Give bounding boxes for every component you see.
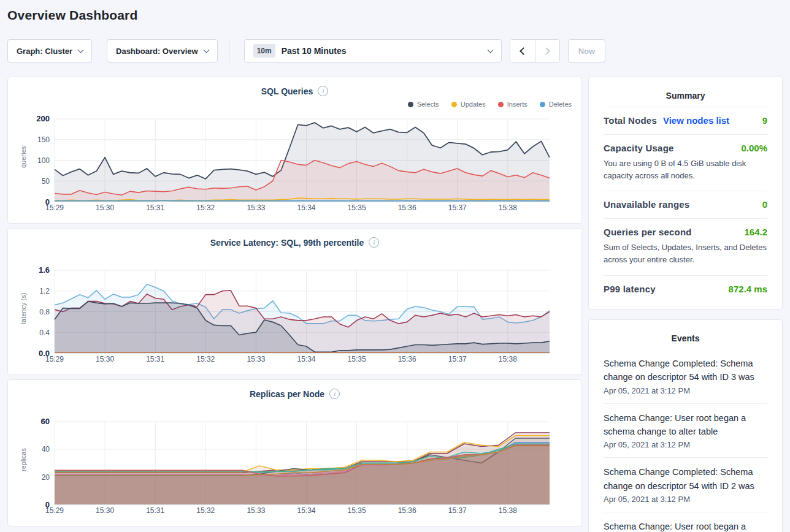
x-tick-label: 15:30 xyxy=(96,506,114,515)
x-tick-label: 15:32 xyxy=(196,355,215,363)
summary-label: P99 latency xyxy=(604,284,656,294)
legend-item-selects[interactable]: Selects xyxy=(408,101,439,108)
time-range-label: Past 10 Minutes xyxy=(282,46,347,56)
x-tick-label: 15:30 xyxy=(96,355,114,363)
y-tick-label: 1.6 xyxy=(39,266,50,275)
summary-label: Capacity Usage xyxy=(604,143,674,153)
x-tick-label: 15:38 xyxy=(499,355,517,363)
event-timestamp: Apr 05, 2021 at 3:12 PM xyxy=(604,386,767,395)
summary-row: P99 latency872.4 ms xyxy=(604,275,767,303)
page-title: Overview Dashboard xyxy=(0,0,790,23)
x-tick-label: 15:31 xyxy=(146,203,164,212)
chart-plot-area[interactable] xyxy=(55,422,550,505)
summary-label: Queries per second xyxy=(604,227,692,237)
y-axis-title: latency (s) xyxy=(20,281,27,336)
y-tick-label: 0.4 xyxy=(39,329,50,337)
x-tick-label: 15:37 xyxy=(448,203,467,212)
event-text: Schema Change: User root began a schema … xyxy=(604,520,767,532)
y-axis: latency (s) 1.61.20.80.40.0 xyxy=(8,270,55,354)
y-tick-label: 0.8 xyxy=(39,308,50,316)
summary-description: You are using 0 B of 4.5 GiB usable disk… xyxy=(604,158,767,182)
x-tick-label: 15:36 xyxy=(398,203,416,212)
chart-legend: SelectsUpdatesInsertsDeletes xyxy=(408,101,572,108)
chevron-left-icon xyxy=(520,47,527,55)
y-axis: queries 200150100500 xyxy=(8,119,55,202)
info-icon[interactable] xyxy=(329,389,340,399)
x-tick-label: 15:38 xyxy=(499,506,517,515)
legend-label: Deletes xyxy=(549,101,572,108)
x-tick-label: 15:32 xyxy=(196,203,215,212)
info-icon[interactable] xyxy=(318,86,328,96)
view-nodes-list-link[interactable]: View nodes list xyxy=(663,115,729,126)
x-tick-label: 15:36 xyxy=(398,506,416,515)
chart-title: Service Latency: SQL, 99th percentile xyxy=(210,238,364,248)
series-line-Deletes xyxy=(55,200,550,201)
event-text: Schema Change Completed: Schema change o… xyxy=(604,357,767,384)
x-tick-label: 15:38 xyxy=(499,203,517,212)
event-list-item[interactable]: Schema Change: User root began a schema … xyxy=(604,403,767,458)
chart-plot-area[interactable] xyxy=(55,119,550,202)
x-tick-label: 15:31 xyxy=(146,355,164,363)
event-timestamp: Apr 05, 2021 at 3:12 PM xyxy=(604,495,767,504)
x-tick-label: 15:34 xyxy=(297,506,315,515)
y-tick-label: 1.2 xyxy=(39,287,50,295)
x-tick-label: 15:29 xyxy=(45,355,64,363)
event-text: Schema Change Completed: Schema change o… xyxy=(604,465,767,493)
toolbar-divider xyxy=(229,39,229,63)
x-axis: 15:2915:3015:3115:3215:3315:3415:3515:36… xyxy=(55,355,550,365)
x-tick-label: 15:29 xyxy=(45,203,64,212)
graph-dropdown[interactable]: Graph: Cluster xyxy=(7,39,92,63)
legend-dot-icon xyxy=(498,102,504,107)
event-list-item[interactable]: Schema Change Completed: Schema change o… xyxy=(604,349,767,403)
chart-canvas xyxy=(55,422,550,504)
x-tick-label: 15:32 xyxy=(196,506,215,515)
dashboard-dropdown[interactable]: Dashboard: Overview xyxy=(107,39,218,63)
x-tick-label: 15:29 xyxy=(45,506,64,515)
chevron-down-icon xyxy=(78,47,84,53)
charts-column: SQL Queries SelectsUpdatesInsertsDeletes… xyxy=(7,77,582,526)
y-tick-label: 200 xyxy=(36,115,50,123)
chart-title: Replicas per Node xyxy=(250,389,324,399)
main-content: SQL Queries SelectsUpdatesInsertsDeletes… xyxy=(0,77,790,532)
sidebar: Summary Total NodesView nodes list9Capac… xyxy=(588,77,783,532)
legend-item-inserts[interactable]: Inserts xyxy=(498,101,527,108)
x-tick-label: 15:34 xyxy=(297,203,315,212)
chart-plot-area[interactable] xyxy=(55,270,550,354)
y-axis-title: queries xyxy=(20,129,27,184)
y-tick-label: 60 xyxy=(41,417,50,426)
legend-label: Inserts xyxy=(507,101,527,108)
legend-label: Updates xyxy=(461,101,486,108)
summary-value: 0.00% xyxy=(741,143,767,153)
event-list-item[interactable]: Schema Change Completed: Schema change o… xyxy=(604,457,767,512)
replicas-per-node-chart-panel: Replicas per Node replicas 6040200 15:29… xyxy=(7,379,582,526)
chevron-down-icon xyxy=(487,47,493,53)
chevron-right-icon xyxy=(542,47,550,55)
x-tick-label: 15:33 xyxy=(247,506,265,515)
legend-item-deletes[interactable]: Deletes xyxy=(540,101,572,108)
y-tick-label: 20 xyxy=(42,473,50,482)
summary-panel: Summary Total NodesView nodes list9Capac… xyxy=(588,77,783,310)
event-list-item[interactable]: Schema Change: User root began a schema … xyxy=(604,512,767,532)
chart-canvas xyxy=(55,270,550,353)
y-tick-label: 40 xyxy=(42,445,50,454)
chart-canvas xyxy=(55,119,550,202)
time-back-button[interactable] xyxy=(510,40,535,62)
x-tick-label: 15:35 xyxy=(348,355,366,363)
now-button[interactable]: Now xyxy=(568,39,605,63)
time-forward-button[interactable] xyxy=(535,40,559,62)
legend-dot-icon xyxy=(451,102,457,107)
chevron-down-icon xyxy=(203,47,209,53)
time-range-badge: 10m xyxy=(253,44,275,58)
info-icon[interactable] xyxy=(369,237,379,248)
time-pager xyxy=(510,39,560,63)
summary-row: Unavailable ranges0 xyxy=(604,191,767,218)
x-tick-label: 15:33 xyxy=(247,203,265,212)
legend-item-updates[interactable]: Updates xyxy=(451,101,486,108)
x-tick-label: 15:35 xyxy=(348,506,366,515)
summary-value: 0 xyxy=(762,199,767,210)
y-tick-label: 50 xyxy=(42,177,50,186)
time-range-dropdown[interactable]: 10m Past 10 Minutes xyxy=(244,39,502,63)
x-axis: 15:2915:3015:3115:3215:3315:3415:3515:36… xyxy=(55,506,550,516)
x-axis: 15:2915:3015:3115:3215:3315:3415:3515:36… xyxy=(55,203,550,213)
graph-dropdown-label: Graph: Cluster xyxy=(17,47,72,56)
